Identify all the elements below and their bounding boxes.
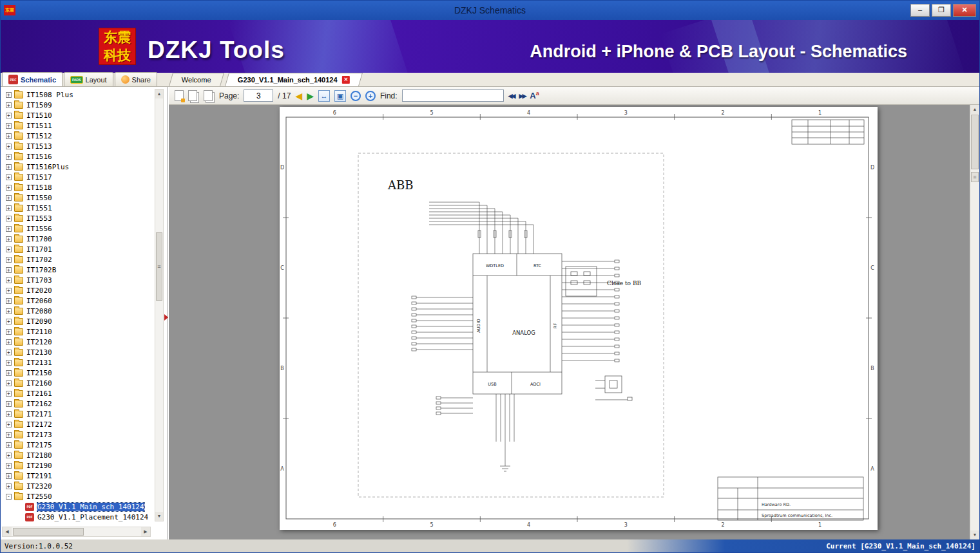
expand-icon[interactable]: + [6,360,12,366]
expand-icon[interactable]: + [6,432,12,438]
tree-folder[interactable]: +IT2190 [1,460,152,471]
expand-icon[interactable]: + [6,154,12,160]
font-size-icon[interactable]: Aa [530,90,539,100]
tree-folder[interactable]: -IT2550 [1,491,152,501]
tab-schematic[interactable]: PDF Schematic [2,72,62,86]
tree-folder[interactable]: +IT1516 [1,151,152,162]
expand-icon[interactable]: + [6,308,12,314]
tree-folder[interactable]: +IT2150 [1,368,152,378]
expand-icon[interactable]: + [6,185,12,191]
tree-folder[interactable]: +IT2180 [1,450,152,460]
expand-icon[interactable]: + [6,319,12,324]
split-grip-icon[interactable]: ≡ [971,172,979,182]
tree-folder[interactable]: +IT2110 [1,326,152,337]
tree-doc[interactable]: PDFG230_V1.1_Main_sch_140124 [1,501,152,512]
tree-folder[interactable]: +IT1516Plus [1,162,152,172]
expand-icon[interactable]: + [6,298,12,304]
find-input[interactable] [402,89,504,102]
scroll-down-icon[interactable]: ▼ [970,530,979,539]
tree-doc[interactable]: PDFG230_V1.1_Placement_140124 [1,512,152,522]
doc-tab-current[interactable]: G230_V1.1_Main_sch_140124 ✕ [225,73,363,86]
expand-icon[interactable]: + [6,174,12,180]
expand-icon[interactable]: + [6,247,12,252]
minimize-button[interactable]: – [910,4,930,17]
tree-folder[interactable]: +IT2175 [1,440,152,450]
scroll-right-icon[interactable]: ▶ [141,527,150,536]
expand-icon[interactable]: + [6,226,12,232]
scrollbar-thumb[interactable]: ≡ [156,232,162,301]
zoom-in-icon[interactable]: + [365,91,376,101]
tree-folder[interactable]: +IT1513 [1,141,152,151]
expand-icon[interactable]: + [6,267,12,273]
expand-icon[interactable]: + [6,133,12,139]
tree-folder[interactable]: +IT1556 [1,223,152,234]
expand-icon[interactable]: + [6,257,12,263]
expand-icon[interactable]: + [6,401,12,407]
tree-folder[interactable]: +IT1701 [1,244,152,254]
tree-folder[interactable]: +IT2020 [1,285,152,295]
tab-layout[interactable]: PADS Layout [64,72,113,86]
expand-icon[interactable]: + [6,205,12,211]
tree-folder[interactable]: +IT1550 [1,192,152,203]
expand-icon[interactable]: + [6,92,12,98]
tree-folder[interactable]: +IT2161 [1,388,152,398]
expand-icon[interactable]: + [6,195,12,201]
tree-folder[interactable]: +IT1518 [1,182,152,192]
continuous-page-icon[interactable] [204,90,213,101]
next-page-icon[interactable]: ▶ [307,91,314,100]
close-tab-icon[interactable]: ✕ [341,76,349,84]
expand-icon[interactable]: + [6,216,12,221]
tree-folder[interactable]: +IT1511 [1,120,152,131]
expand-icon[interactable]: + [6,339,12,345]
tree-folder[interactable]: +IT1702 [1,254,152,265]
tree-folder[interactable]: +IT1509 [1,100,152,110]
scroll-up-icon[interactable]: ▲ [970,105,979,114]
zoom-out-icon[interactable]: − [351,91,361,101]
expand-icon[interactable]: + [6,442,12,448]
expand-icon[interactable]: + [6,391,12,397]
doc-tab-welcome[interactable]: Welcome [169,73,224,86]
scroll-up-icon[interactable]: ▲ [155,89,163,98]
tree-folder[interactable]: +IT1512 [1,131,152,141]
maximize-button[interactable]: ❐ [932,4,951,17]
expand-icon[interactable]: + [6,288,12,294]
tree-folder[interactable]: +IT1700 [1,234,152,244]
expand-icon[interactable]: + [6,102,12,108]
scrollbar-thumb[interactable] [13,528,84,536]
previous-page-icon[interactable]: ◀ [295,91,302,100]
tree-folder[interactable]: +IT2171 [1,409,152,419]
expand-icon[interactable]: + [6,236,12,242]
tree-folder[interactable]: +IT2160 [1,378,152,388]
tab-share[interactable]: Share [115,72,157,86]
tree-folder[interactable]: +IT2120 [1,337,152,347]
tree-folder[interactable]: +IT2162 [1,398,152,409]
page-input[interactable] [244,89,273,102]
expand-icon[interactable]: + [6,483,12,489]
tree-folder[interactable]: +IT2173 [1,429,152,440]
tree-folder[interactable]: +IT2320 [1,481,152,491]
fit-width-icon[interactable]: ↔ [318,90,330,102]
sidebar-horizontal-scrollbar[interactable]: ◀ ▶ [2,527,151,537]
tree-folder[interactable]: +IT2191 [1,471,152,481]
tree-folder[interactable]: +IT2080 [1,306,152,316]
viewer-scrollbar[interactable]: ▲ ≡ ▼ [970,105,979,539]
tree-folder[interactable]: +IT1702B [1,265,152,275]
tree-folder[interactable]: +IT1517 [1,172,152,182]
expand-icon[interactable]: + [6,329,12,335]
expand-icon[interactable]: + [6,123,12,129]
tree-folder[interactable]: +IT2090 [1,316,152,326]
expand-icon[interactable]: + [6,463,12,469]
expand-icon[interactable]: + [6,380,12,386]
scroll-down-icon[interactable]: ▼ [155,512,163,521]
expand-icon[interactable]: + [6,277,12,283]
expand-icon[interactable]: + [6,411,12,417]
single-page-icon[interactable] [175,90,184,101]
tree-folder[interactable]: +IT2172 [1,419,152,429]
fit-page-icon[interactable]: ▣ [334,90,346,102]
tree-folder[interactable]: +IT1510 [1,110,152,120]
tree-folder[interactable]: +IT2131 [1,357,152,368]
expand-icon[interactable]: + [6,422,12,427]
expand-icon[interactable]: + [6,350,12,355]
expand-icon[interactable]: + [6,144,12,149]
tree-folder[interactable]: +IT2060 [1,295,152,306]
